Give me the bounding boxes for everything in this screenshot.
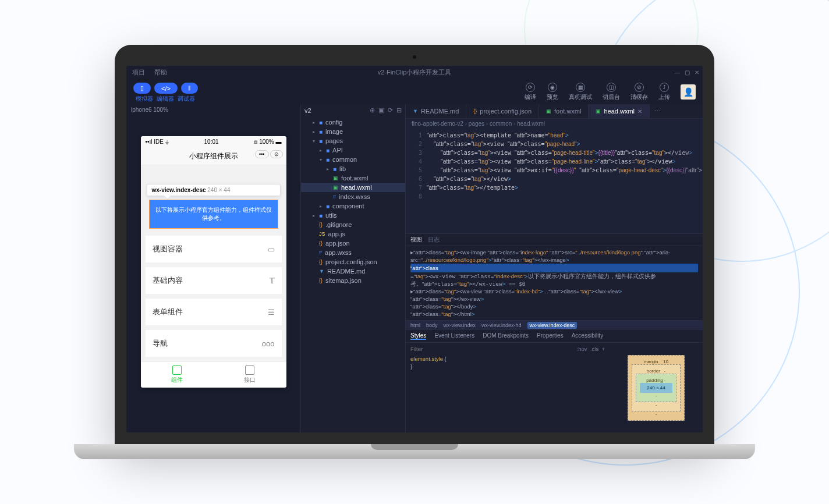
tree-item[interactable]: #app.wxss xyxy=(301,248,405,257)
phone-preview[interactable]: ••ıl IDE ⏚ 10:01 ⧈ 100% ▬ 小程序组件展示 ••• ⊙ xyxy=(141,136,286,388)
tree-item[interactable]: ▸■lib xyxy=(301,164,405,173)
tree-item[interactable]: {}.gitignore xyxy=(301,220,405,229)
style-tab[interactable]: Styles xyxy=(410,332,426,340)
toolbar-btn-2[interactable]: ▦真机调试 xyxy=(569,83,592,101)
dom-crumb-item[interactable]: html xyxy=(410,322,420,328)
breadcrumb[interactable]: fino-applet-demo-v2pagescommonhead.wxml xyxy=(406,119,703,129)
list-item[interactable]: 基础内容𝕋 xyxy=(146,267,282,294)
code-editor[interactable]: 12345678 "attr">class="tag"><template "a… xyxy=(406,129,703,233)
toggle-label: 模拟器 xyxy=(136,95,153,103)
style-tab[interactable]: Event Listeners xyxy=(434,332,474,340)
dom-breadcrumb[interactable]: htmlbodywx-view.indexwx-view.index-hdwx-… xyxy=(406,320,703,330)
battery-label: ⧈ 100% ▬ xyxy=(254,139,281,145)
cls-toggle[interactable]: .cls xyxy=(590,345,598,353)
add-rule-icon[interactable]: + xyxy=(601,345,605,353)
tab-console[interactable]: 日志 xyxy=(428,236,440,244)
toolbar-btn-0[interactable]: ⟳编译 xyxy=(525,83,536,101)
collapse-icon[interactable]: ⊟ xyxy=(396,107,402,114)
dom-crumb-item[interactable]: wx-view.index xyxy=(444,322,476,328)
style-tab[interactable]: Properties xyxy=(537,332,564,340)
crumb-item[interactable]: head.wxml xyxy=(517,120,545,127)
tree-item[interactable]: {}sitemap.json xyxy=(301,276,405,285)
toggle-debugger[interactable]: ⫴ xyxy=(181,83,198,94)
chevron-icon: ▸ xyxy=(311,120,316,125)
toolbar-btn-4[interactable]: ⊘清缓存 xyxy=(630,83,648,101)
filter-row: :hov .cls + xyxy=(410,345,605,353)
maximize-icon[interactable]: ▢ xyxy=(685,69,690,76)
code-content[interactable]: "attr">class="tag"><template "attr">name… xyxy=(427,129,703,233)
toggle-simulator[interactable]: ▯ xyxy=(133,83,151,94)
list-item[interactable]: 视图容器▭ xyxy=(146,236,282,262)
toolbar-btn-1[interactable]: ◉预览 xyxy=(547,83,558,101)
dom-node[interactable]: ▸"attr">class="tag"><wx-image "attr">cla… xyxy=(410,249,698,264)
editor-tab[interactable]: ▼README.md xyxy=(406,104,466,118)
minimize-icon[interactable]: — xyxy=(674,69,680,76)
new-folder-icon[interactable]: ▣ xyxy=(378,107,384,114)
dom-tree[interactable]: ▸"attr">class="tag"><wx-image "attr">cla… xyxy=(406,246,703,320)
crumb-item[interactable]: common xyxy=(490,120,517,127)
dom-node[interactable]: ▸"attr">class="tag"><wx-view "attr">clas… xyxy=(410,288,698,295)
screen-bezel: 项目 帮助 v2-FinClip小程序开发工具 — ▢ ✕ ▯ </> ⫴ xyxy=(115,45,714,444)
refresh-icon[interactable]: ⟳ xyxy=(388,107,393,114)
box-content: 240 × 44 xyxy=(640,383,672,393)
dom-node[interactable]: "attr">class="tag"></wx-view> xyxy=(410,295,698,303)
dom-crumb-item[interactable]: wx-view.index-desc xyxy=(527,322,578,329)
tree-item[interactable]: ▸■utils xyxy=(301,211,405,220)
styles-body: :hov .cls +element.style {}</span><span … xyxy=(406,343,703,432)
tree-item[interactable]: {}app.json xyxy=(301,239,405,248)
dom-crumb-item[interactable]: wx-view.index-hd xyxy=(481,322,522,328)
filter-input[interactable] xyxy=(410,346,577,352)
list-item[interactable]: 表单组件☰ xyxy=(146,299,282,325)
close-circle-icon[interactable]: ⊙ xyxy=(270,150,283,158)
crumb-item[interactable]: pages xyxy=(469,120,490,127)
style-tab[interactable]: DOM Breakpoints xyxy=(483,332,529,340)
tree-item[interactable]: ▣foot.wxml xyxy=(301,173,405,183)
chevron-icon: ▸ xyxy=(318,204,323,209)
tab-elements[interactable]: 视图 xyxy=(410,236,422,244)
list-item[interactable]: 导航ooo xyxy=(146,330,282,357)
tree-item[interactable]: #index.wxss xyxy=(301,192,405,201)
avatar[interactable]: 👤 xyxy=(681,84,696,100)
close-icon[interactable]: ✕ xyxy=(695,69,699,76)
toggle-editor[interactable]: </> xyxy=(154,83,178,94)
tree-item[interactable]: ▸■image xyxy=(301,127,405,136)
css-rule[interactable]: element.style {} xyxy=(410,355,605,370)
project-root[interactable]: v2 xyxy=(304,107,311,114)
tab-components[interactable]: 组件 xyxy=(141,362,214,388)
editor-tab[interactable]: ▣foot.wxml xyxy=(539,104,589,118)
tree-item[interactable]: {}project.config.json xyxy=(301,257,405,267)
css-rules[interactable]: :hov .cls +element.style {}</span><span … xyxy=(406,343,610,432)
file-tree[interactable]: ▸■config▸■image▾■pages▸■API▾■common▸■lib… xyxy=(301,116,405,432)
hov-toggle[interactable]: :hov xyxy=(577,345,587,353)
tree-item[interactable]: ▸■API xyxy=(301,145,405,155)
toolbar-btn-3[interactable]: ◫切后台 xyxy=(603,83,620,101)
tree-item[interactable]: ▼README.md xyxy=(301,267,405,276)
tree-item[interactable]: JSapp.js xyxy=(301,229,405,239)
tab-api[interactable]: 接口 xyxy=(214,362,286,388)
menu-help[interactable]: 帮助 xyxy=(154,68,167,77)
editor-tab[interactable]: ▣head.wxml✕ xyxy=(589,104,650,118)
devtools-top-tabs: 视图 日志 xyxy=(406,234,703,246)
phone-capsule: ••• ⊙ xyxy=(255,150,282,158)
new-file-icon[interactable]: ⊕ xyxy=(370,107,375,114)
tree-item[interactable]: ▾■pages xyxy=(301,136,405,145)
more-tabs-icon[interactable]: ⋯ xyxy=(650,108,665,115)
style-tab[interactable]: Accessibility xyxy=(572,332,603,340)
tree-item[interactable]: ▸■config xyxy=(301,118,405,127)
dom-node[interactable]: "attr">class="tag"></html> xyxy=(410,310,698,318)
more-icon[interactable]: ••• xyxy=(255,150,268,158)
editor-tabs: ▼README.md{}project.config.json▣foot.wxm… xyxy=(406,104,703,119)
menu-project[interactable]: 项目 xyxy=(132,68,145,77)
editor-tab[interactable]: {}project.config.json xyxy=(466,104,539,118)
dom-node[interactable]: "attr">class="tag"></body> xyxy=(410,303,698,310)
minimap[interactable] xyxy=(674,129,703,233)
tree-item[interactable]: ▾■common xyxy=(301,155,405,164)
close-icon[interactable]: ✕ xyxy=(637,108,642,115)
dom-crumb-item[interactable]: body xyxy=(426,322,438,328)
phone-statusbar: ••ıl IDE ⏚ 10:01 ⧈ 100% ▬ xyxy=(141,136,286,148)
dom-node-selected[interactable]: "attr">class xyxy=(410,264,698,272)
crumb-item[interactable]: fino-applet-demo-v2 xyxy=(412,120,469,127)
toolbar-btn-5[interactable]: ⤴上传 xyxy=(658,83,670,101)
tree-item[interactable]: ▣head.wxml xyxy=(301,183,405,192)
tree-item[interactable]: ▸■component xyxy=(301,201,405,211)
